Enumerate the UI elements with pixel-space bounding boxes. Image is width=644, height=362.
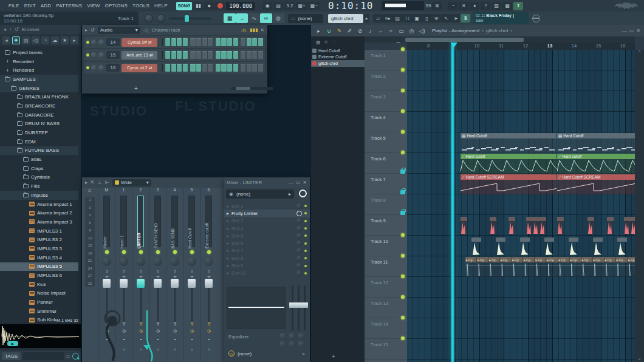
step-9[interactable]: [216, 51, 221, 59]
audio-hit-clip[interactable]: [526, 217, 533, 234]
browser-item-dubstep[interactable]: DUBSTEP: [0, 128, 78, 137]
browser-item-future-bass[interactable]: FUTURE BASS: [0, 146, 78, 155]
midi-device-selector[interactable]: ▭ (none): [288, 14, 323, 23]
step-11[interactable]: [227, 51, 232, 59]
browser-item-rendered[interactable]: +Rendered: [0, 66, 78, 75]
record-button[interactable]: [215, 2, 225, 10]
pan-arrows-icon[interactable]: ◂▸: [115, 274, 132, 278]
song-mode-button[interactable]: SONG: [176, 2, 193, 10]
channel-button[interactable]: Cymat..0# ⇄: [122, 38, 157, 47]
record-arm-icon[interactable]: ◷: [183, 329, 200, 333]
browser-item-impulse[interactable]: Impulse: [0, 191, 78, 200]
pan-arrows-icon[interactable]: ◂▸: [132, 274, 149, 278]
graph-editor-icon[interactable]: .ılı.: [241, 27, 247, 33]
step-8[interactable]: [208, 64, 213, 72]
rack-scrollbar[interactable]: [231, 87, 273, 90]
audio-hit-clip[interactable]: [631, 217, 635, 234]
step-12[interactable]: [233, 38, 238, 46]
metronome-icon[interactable]: ▦◔: [309, 2, 320, 10]
route-icon[interactable]: ⊩: [105, 180, 109, 185]
fx-slot-4[interactable]: ▸Slot 4: [224, 225, 310, 232]
slot-enable-led[interactable]: [304, 227, 307, 230]
step-16[interactable]: [258, 51, 263, 59]
select-dot[interactable]: •: [132, 337, 149, 341]
browser-item-samples[interactable]: SAMPLES: [0, 75, 78, 84]
browser-item-impuls3-4[interactable]: IMPULS3 4: [0, 253, 78, 262]
track-led[interactable]: [401, 47, 405, 51]
track-header-11[interactable]: Track 11: [365, 256, 407, 277]
slot-enable-led[interactable]: [304, 272, 307, 275]
time-display[interactable]: 0:10:10: [328, 0, 373, 12]
mixer-strip-synth-send[interactable]: 3SYNTH SEND⇕◂▸⚲◷•▲: [149, 188, 166, 362]
step-15[interactable]: [252, 38, 257, 46]
stereo-sep-icon[interactable]: ⇕: [149, 269, 166, 273]
step-12[interactable]: [233, 51, 238, 59]
plugin-plug-icon[interactable]: ⚲: [149, 321, 166, 326]
close-icon[interactable]: ✕: [636, 28, 640, 33]
record-arm-icon[interactable]: ◷: [200, 329, 218, 333]
plugin-picker-icon[interactable]: ▯: [422, 14, 431, 22]
menu-patterns[interactable]: PATTERNS: [53, 3, 84, 9]
cymbal-segment[interactable]: ▸Cy..: [488, 257, 500, 262]
step-13[interactable]: [241, 51, 245, 59]
track-lock-icon[interactable]: [400, 169, 405, 174]
browser-item-edm[interactable]: EDM: [0, 137, 78, 146]
eq-knob-6[interactable]: [298, 341, 304, 347]
cymbal-segment[interactable]: ▸Cy..: [593, 257, 605, 262]
track-header-3[interactable]: Track 3: [365, 91, 407, 112]
step-15[interactable]: [252, 64, 257, 72]
eq-knob-4[interactable]: [279, 341, 286, 347]
channel-pan-knob[interactable]: [91, 65, 97, 71]
typing-keyboard-icon[interactable]: ▤: [273, 2, 283, 10]
track-header-12[interactable]: Track 12: [365, 277, 407, 298]
browser-item-genres[interactable]: GENRES: [0, 84, 78, 93]
channel-enable-led[interactable]: [86, 53, 89, 56]
step-5[interactable]: [190, 38, 195, 46]
mixer-strip-extreme-cutoff[interactable]: 6Extreme cutoff⇕◂▸⚲◷•▲: [200, 188, 217, 362]
audio-hit-clip[interactable]: [617, 237, 629, 256]
piano-icon[interactable]: ▦: [316, 39, 321, 45]
step-16[interactable]: [258, 64, 263, 72]
track-led[interactable]: [401, 295, 405, 299]
mute-icon[interactable]: ♪: [366, 28, 374, 34]
fader-handle[interactable]: [120, 279, 128, 288]
paint-brush-icon[interactable]: ✐: [346, 28, 354, 34]
slot-enable-led[interactable]: [304, 250, 307, 252]
cymbal-segment[interactable]: ▸Cy..: [570, 257, 581, 262]
fx-slot-1[interactable]: ▸Slot 1: [224, 202, 310, 210]
strip-pan-knob[interactable]: [153, 257, 162, 266]
folder-small-icon[interactable]: ▭: [66, 353, 70, 359]
step-11[interactable]: [227, 64, 232, 72]
menu-help[interactable]: HELP: [152, 3, 170, 9]
step-3[interactable]: [177, 51, 182, 59]
minimize-icon[interactable]: —: [289, 180, 293, 185]
browser-item-impuls3-6[interactable]: IMPULS3 6: [0, 271, 78, 280]
slot-mix-knob[interactable]: [296, 270, 302, 276]
audio-icon[interactable]: ✚: [324, 39, 329, 45]
mixer-panel-icon[interactable]: ↕↕: [402, 14, 412, 22]
stereo-sep-icon[interactable]: ⇕: [183, 269, 200, 273]
step-10[interactable]: [221, 64, 226, 72]
strip-pan-knob[interactable]: [187, 257, 196, 266]
pan-arrows-icon[interactable]: ◂▸: [149, 274, 166, 278]
track-led[interactable]: [401, 233, 405, 237]
step-edit-toggle[interactable]: →: [236, 13, 248, 23]
slot-enable-led[interactable]: [304, 242, 307, 245]
pattern-clip[interactable]: ▤Hard Cutoff: [557, 133, 635, 153]
channel-group-dropdown[interactable]: Audio▾: [98, 27, 140, 34]
piano-roll-panel-icon[interactable]: ≡▸: [383, 14, 392, 22]
track-led[interactable]: [401, 109, 405, 113]
preview-play-button[interactable]: ▶: [7, 341, 18, 346]
step-14[interactable]: [247, 51, 252, 59]
pause-button[interactable]: ▮▮: [193, 2, 203, 10]
cymbal-segment[interactable]: ▸Cy..: [535, 257, 546, 262]
cloud-tab[interactable]: ☁: [51, 36, 59, 44]
browser-item-akuma-impact-3[interactable]: Akuma Impact 3: [0, 217, 78, 227]
playlist-minimap[interactable]: [365, 36, 635, 43]
route-arrow-icon[interactable]: ▲: [115, 347, 132, 351]
plugin-plug-icon[interactable]: ⚲: [98, 321, 115, 326]
menu-tools[interactable]: TOOLS: [130, 3, 152, 9]
chevron-right[interactable]: ▸: [70, 36, 78, 44]
slot-enable-led[interactable]: [304, 265, 307, 267]
zoom-icon[interactable]: ◎: [408, 28, 416, 34]
